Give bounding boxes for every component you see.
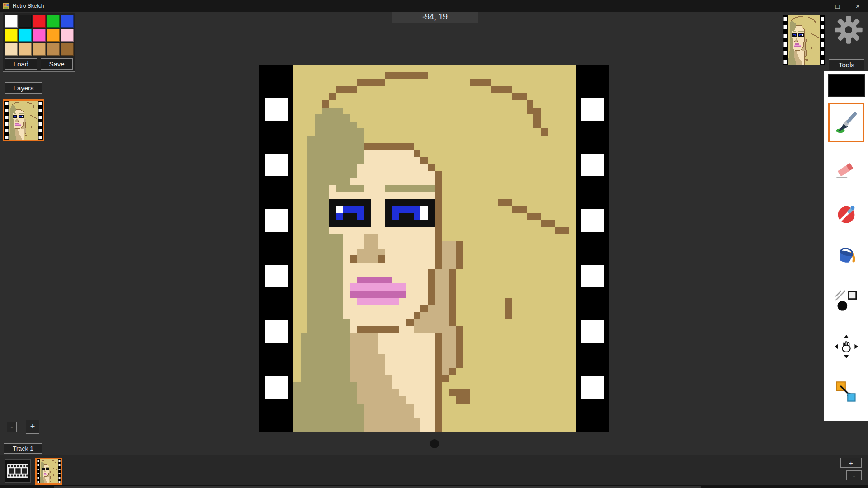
- color-swatch[interactable]: [33, 43, 46, 56]
- fill-bucket-tool-button[interactable]: [829, 242, 863, 271]
- film-perforation: [265, 376, 288, 399]
- color-swatch[interactable]: [19, 29, 32, 42]
- color-swatch[interactable]: [5, 15, 18, 28]
- add-frame-button[interactable]: +: [840, 458, 862, 468]
- filmstrip-track-icon[interactable]: [5, 459, 31, 483]
- close-button[interactable]: ×: [848, 0, 868, 12]
- current-color-swatch[interactable]: [828, 74, 865, 97]
- color-swatch[interactable]: [61, 29, 74, 42]
- load-palette-button[interactable]: Load: [5, 58, 37, 70]
- scale-tool-button[interactable]: [829, 377, 863, 406]
- film-perforation: [581, 376, 604, 399]
- titlebar: Retro Sketch – □ ×: [0, 0, 868, 12]
- pan-tool-button[interactable]: [829, 332, 863, 361]
- color-swatch[interactable]: [61, 15, 74, 28]
- layer-thumbnail-selected[interactable]: [3, 99, 44, 141]
- brush-cursor-dot: [430, 439, 439, 448]
- color-palette-panel: Load Save: [3, 13, 75, 72]
- app-icon: [3, 3, 9, 9]
- track-label[interactable]: Track 1: [4, 443, 42, 454]
- eraser-tool-button[interactable]: [829, 154, 863, 183]
- film-perforation: [265, 320, 288, 343]
- settings-gear-icon[interactable]: [834, 15, 863, 44]
- brush-icon: [835, 111, 858, 134]
- filmstrip-icon: [6, 461, 29, 480]
- film-perforation: [581, 209, 604, 232]
- tools-panel: [824, 71, 868, 421]
- timeline-bar: [0, 455, 868, 485]
- pan-icon: [835, 335, 858, 358]
- film-perforation: [581, 154, 604, 176]
- add-layer-button[interactable]: +: [26, 420, 39, 434]
- color-picker-tool-button[interactable]: [829, 199, 863, 228]
- color-swatch[interactable]: [47, 43, 60, 56]
- remove-layer-button[interactable]: -: [7, 422, 17, 432]
- window-controls: – □ ×: [807, 0, 868, 12]
- brush-tool-button[interactable]: [828, 103, 864, 142]
- color-picker-icon: [835, 202, 858, 225]
- color-swatch[interactable]: [19, 15, 32, 28]
- film-perforation: [265, 154, 288, 176]
- tools-header: Tools: [829, 59, 864, 70]
- scrollbar-thumb[interactable]: [54, 486, 701, 488]
- line-shapes-tool-button[interactable]: [829, 287, 863, 316]
- scale-icon: [835, 380, 858, 404]
- film-canvas-frame: [259, 65, 609, 432]
- artwork-preview-thumbnail[interactable]: [783, 15, 825, 65]
- color-swatch[interactable]: [5, 43, 18, 56]
- color-swatch[interactable]: [61, 43, 74, 56]
- horizontal-scrollbar[interactable]: [0, 485, 868, 488]
- maximize-button[interactable]: □: [827, 0, 848, 12]
- drawing-canvas[interactable]: [293, 65, 576, 432]
- fill-bucket-icon: [835, 244, 858, 268]
- color-swatch[interactable]: [47, 15, 60, 28]
- eraser-icon: [835, 157, 858, 180]
- color-swatch[interactable]: [5, 29, 18, 42]
- frame-thumbnail-canvas: [37, 459, 61, 483]
- preview-thumbnail-canvas: [783, 15, 825, 65]
- film-perforation: [265, 265, 288, 287]
- film-strip-right: [576, 65, 609, 432]
- line-shapes-icon: [835, 290, 858, 313]
- cursor-coordinates-readout: -94, 19: [392, 10, 478, 23]
- save-palette-button[interactable]: Save: [41, 58, 73, 70]
- film-perforation: [581, 98, 604, 121]
- film-perforation: [265, 209, 288, 232]
- layer-thumbnail-canvas: [4, 101, 43, 140]
- film-strip-left: [259, 65, 293, 432]
- remove-frame-button[interactable]: -: [846, 470, 862, 480]
- color-swatch[interactable]: [33, 29, 46, 42]
- color-swatch[interactable]: [47, 29, 60, 42]
- film-perforation: [581, 265, 604, 287]
- layers-header[interactable]: Layers: [5, 82, 42, 94]
- palette-swatches: [5, 15, 73, 56]
- window-title: Retro Sketch: [13, 3, 44, 9]
- color-swatch[interactable]: [33, 15, 46, 28]
- film-perforation: [265, 98, 288, 121]
- minimize-button[interactable]: –: [807, 0, 827, 12]
- frame-thumbnail-selected[interactable]: [35, 458, 62, 485]
- film-perforation: [581, 320, 604, 343]
- color-swatch[interactable]: [19, 43, 32, 56]
